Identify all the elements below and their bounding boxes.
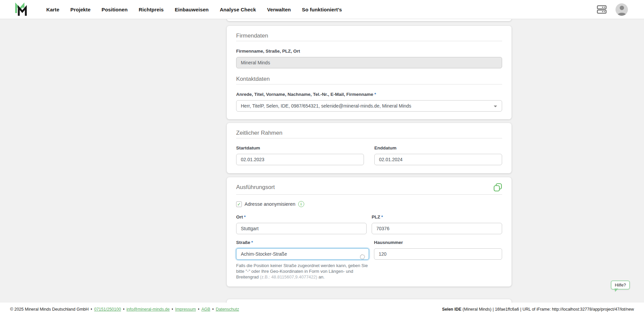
street-input[interactable] [236, 248, 369, 260]
copyright-text: © 2025 Mineral Minds Deutschland GmbH [10, 307, 89, 312]
info-icon[interactable]: i [298, 201, 304, 207]
contact-field-label: Anrede, Titel, Vorname, Nachname, Tel.-N… [236, 91, 502, 98]
user-avatar-icon[interactable] [615, 3, 628, 16]
execution-location-card: Ausführungsort ✓ Adresse anonymisieren i… [227, 177, 512, 287]
start-date-input[interactable] [236, 154, 364, 165]
required-marker: * [374, 92, 376, 97]
ide-info: (Mineral Minds) | 16fae1ffc6a6 | URL of … [463, 307, 634, 312]
help-button[interactable]: Hilfe? [611, 280, 630, 290]
separator: • [172, 307, 173, 312]
copy-icon[interactable] [493, 183, 502, 192]
loading-spinner-icon [360, 254, 365, 259]
help-button-label: Hilfe? [615, 282, 626, 288]
nav-item-karte[interactable]: Karte [46, 7, 59, 12]
nav-item-so-funktionierts[interactable]: So funktioniert's [302, 7, 342, 12]
contact-select-value: Herr, TitelP, Selen, IDE, 0987/654321, s… [241, 103, 411, 109]
footer-link-email[interactable]: info@mineral-minds.de [126, 307, 170, 312]
footer-left: © 2025 Mineral Minds Deutschland GmbH • … [10, 307, 239, 312]
street-label: Straße* [236, 240, 369, 246]
top-navbar: Karte Projekte Positionen Richtpreis Ein… [0, 0, 644, 19]
street-hint-suffix: an. [317, 274, 325, 279]
avatar-body [618, 13, 626, 16]
company-name-field [236, 57, 502, 68]
divider [236, 84, 502, 84]
end-date-label: Enddatum [374, 145, 502, 151]
app-screen: Karte Projekte Positionen Richtpreis Ein… [0, 0, 644, 316]
company-data-card: Firmendaten Firmenname, Straße, PLZ, Ort… [227, 26, 512, 119]
city-label-text: Ort [236, 214, 243, 219]
end-date-input[interactable] [374, 154, 502, 165]
footer-link-phone[interactable]: 07151/250100 [94, 307, 121, 312]
contact-select[interactable]: Herr, TitelP, Selen, IDE, 0987/654321, s… [236, 100, 502, 112]
street-hint-example: (z.B.: 48.8115607,9.4077422) [260, 274, 317, 279]
house-number-input[interactable] [374, 248, 502, 260]
ide-status-text: Selen IDE (Mineral Minds) | 16fae1ffc6a6… [442, 307, 634, 312]
nav-item-einbauweisen[interactable]: Einbauweisen [175, 7, 209, 12]
company-field-label: Firmenname, Straße, PLZ, Ort [236, 48, 502, 54]
avatar-head [620, 6, 624, 10]
divider [236, 41, 502, 41]
server-rack-icon[interactable] [597, 5, 607, 14]
zip-label: PLZ* [372, 214, 502, 220]
timeframe-section-title: Zeitlicher Rahmen [236, 130, 502, 136]
zip-input[interactable] [372, 223, 502, 234]
footer: © 2025 Mineral Minds Deutschland GmbH • … [0, 303, 644, 316]
chevron-down-icon [494, 106, 497, 107]
timeframe-card: Zeitlicher Rahmen Startdatum Enddatum [227, 123, 512, 173]
city-input[interactable] [236, 223, 367, 234]
contact-field-label-text: Anrede, Titel, Vorname, Nachname, Tel.-N… [236, 92, 373, 97]
company-section-title: Firmendaten [236, 33, 502, 39]
required-marker: * [381, 214, 383, 219]
required-marker: * [251, 240, 253, 245]
info-icon-glyph: i [301, 202, 302, 206]
street-hint: Falls die Position keiner Straße zugeord… [236, 263, 372, 280]
separator: • [123, 307, 124, 312]
house-number-label: Hausnummer [374, 240, 502, 246]
start-date-label: Startdatum [236, 145, 364, 151]
nav-item-positionen[interactable]: Positionen [102, 7, 128, 12]
separator: • [212, 307, 214, 312]
anonymize-address-label: Adresse anonymisieren [245, 201, 296, 207]
street-label-text: Straße [236, 240, 250, 245]
zip-label-text: PLZ [372, 214, 380, 219]
check-icon: ✓ [237, 202, 241, 206]
anonymize-address-checkbox[interactable]: ✓ [236, 201, 242, 207]
contact-section-title: Kontaktdaten [236, 76, 502, 82]
location-section-title: Ausführungsort [236, 184, 275, 190]
anonymize-address-row: ✓ Adresse anonymisieren i [236, 201, 502, 207]
ide-brand: Selen IDE [442, 307, 462, 312]
divider [236, 138, 502, 138]
navbar-right-icons [597, 3, 628, 16]
city-label: Ort* [236, 214, 367, 220]
mineral-minds-logo-icon[interactable] [15, 3, 29, 16]
divider [236, 194, 502, 195]
footer-link-datenschutz[interactable]: Datenschutz [216, 307, 239, 312]
main-navigation: Karte Projekte Positionen Richtpreis Ein… [46, 7, 342, 12]
footer-link-agb[interactable]: AGB [201, 307, 210, 312]
footer-link-impressum[interactable]: Impressum [175, 307, 196, 312]
separator: • [198, 307, 199, 312]
separator: • [91, 307, 92, 312]
nav-item-richtpreis[interactable]: Richtpreis [139, 7, 164, 12]
nav-item-verwalten[interactable]: Verwalten [267, 7, 291, 12]
required-marker: * [244, 214, 246, 219]
nav-item-analyse-check[interactable]: Analyse Check [220, 7, 256, 12]
nav-item-projekte[interactable]: Projekte [70, 7, 91, 12]
